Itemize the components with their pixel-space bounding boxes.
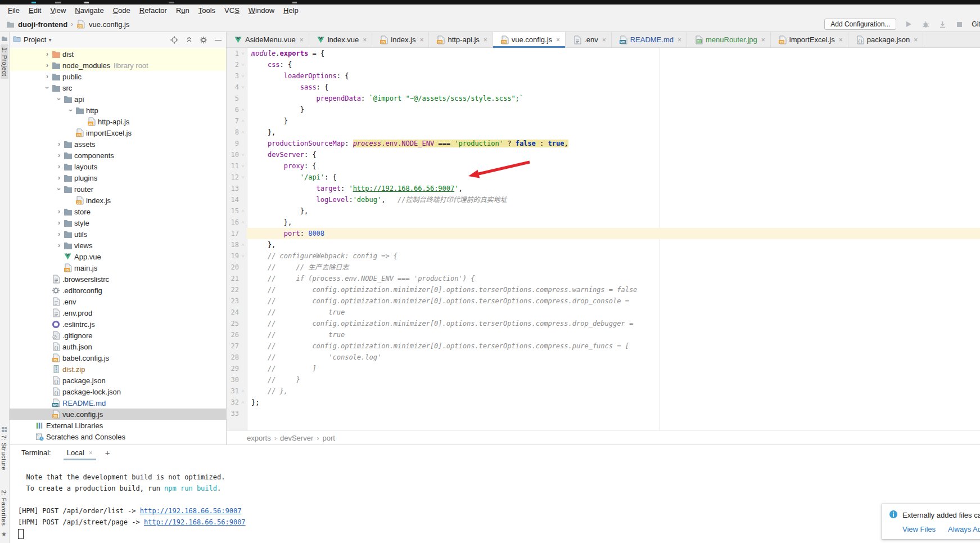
menu-window[interactable]: Window bbox=[244, 5, 279, 17]
fold-marker-icon[interactable]: ˅ bbox=[239, 149, 247, 160]
breadcrumb-file-name[interactable]: vue.config.js bbox=[89, 20, 129, 29]
tree-row--editorconfig[interactable]: ›.editorconfig bbox=[10, 285, 226, 296]
tree-row-src[interactable]: ›src bbox=[10, 82, 226, 93]
terminal-tab-local[interactable]: Local × bbox=[64, 445, 96, 460]
chevron-closed-icon[interactable]: › bbox=[55, 140, 64, 148]
collapse-all-icon[interactable] bbox=[184, 35, 193, 44]
terminal-link[interactable]: http://192.168.66.56:9007 bbox=[140, 507, 242, 515]
view-files-link[interactable]: View Files bbox=[902, 525, 936, 533]
tree-row-router[interactable]: ›router bbox=[10, 183, 226, 195]
stripe-structure-button[interactable]: 7: Structure bbox=[1, 435, 7, 470]
chevron-open-icon[interactable]: › bbox=[55, 95, 63, 104]
close-icon[interactable]: × bbox=[678, 37, 681, 43]
breadcrumb-devserver[interactable]: devServer bbox=[278, 434, 315, 442]
fold-marker-icon[interactable]: ˅ bbox=[239, 172, 247, 183]
breadcrumb-port[interactable]: port bbox=[320, 434, 337, 442]
menu-view[interactable]: View bbox=[46, 5, 70, 17]
tree-row-style[interactable]: ›style bbox=[10, 217, 226, 228]
tree-row--browserslistrc[interactable]: ›.browserslistrc bbox=[10, 273, 226, 285]
chevron-closed-icon[interactable]: › bbox=[55, 208, 64, 216]
stripe-favorites-button[interactable]: 2: Favorites bbox=[1, 490, 7, 526]
tree-row-dist[interactable]: ›dist bbox=[10, 48, 226, 60]
tree-row-views[interactable]: ›views bbox=[10, 240, 226, 251]
stop-icon[interactable] bbox=[955, 20, 964, 29]
update-icon[interactable] bbox=[938, 20, 947, 29]
tree-row-api[interactable]: ›api bbox=[10, 93, 226, 105]
project-panel-title[interactable]: Project bbox=[24, 35, 46, 44]
fold-marker-icon[interactable]: ˅ bbox=[239, 48, 247, 59]
chevron-closed-icon[interactable]: › bbox=[43, 73, 52, 80]
menu-vcs[interactable]: VCS bbox=[220, 5, 244, 17]
tab-readme-md[interactable]: MDREADME.md× bbox=[612, 32, 687, 47]
tree-row-store[interactable]: ›store bbox=[10, 206, 226, 217]
tree-row-layouts[interactable]: ›layouts bbox=[10, 161, 226, 172]
tab-package-json[interactable]: {}package.json× bbox=[848, 32, 924, 47]
menu-help[interactable]: Help bbox=[279, 5, 303, 17]
favorites-star-icon[interactable]: ★ bbox=[1, 531, 8, 537]
chevron-closed-icon[interactable]: › bbox=[55, 230, 64, 238]
tree-row-node-modules[interactable]: ›node_moduleslibrary root bbox=[10, 60, 226, 71]
chevron-closed-icon[interactable]: › bbox=[55, 151, 64, 159]
tree-row-main-js[interactable]: ›JSmain.js bbox=[10, 262, 226, 273]
fold-marker-icon[interactable]: ˄ bbox=[239, 397, 247, 408]
close-icon[interactable]: × bbox=[300, 37, 304, 43]
tree-row-public[interactable]: ›public bbox=[10, 71, 226, 82]
close-icon[interactable]: × bbox=[419, 37, 423, 43]
tree-row-package-json[interactable]: ›{}package.json bbox=[10, 375, 226, 386]
tree-row-http-api-js[interactable]: ›JShttp-api.js bbox=[10, 116, 226, 127]
fold-marker-icon[interactable]: ˅ bbox=[239, 59, 247, 70]
chevron-closed-icon[interactable]: › bbox=[55, 174, 64, 182]
fold-marker-icon[interactable]: ˄ bbox=[239, 239, 247, 250]
tree-row-importexcel-js[interactable]: ›JSimportExcel.js bbox=[10, 127, 226, 138]
menu-run[interactable]: Run bbox=[171, 5, 194, 17]
fold-marker-icon[interactable]: ˄ bbox=[239, 385, 247, 397]
terminal-link[interactable]: http://192.168.66.56:9007 bbox=[144, 518, 246, 526]
tab-http-api-js[interactable]: JShttp-api.js× bbox=[429, 32, 493, 47]
tree-row-dist-zip[interactable]: ›dist.zip bbox=[10, 364, 226, 375]
tree-row--env-prod[interactable]: ›.env.prod bbox=[10, 307, 226, 318]
fold-marker-icon[interactable]: ˄ bbox=[239, 127, 247, 138]
menu-tools[interactable]: Tools bbox=[194, 5, 220, 17]
tree-row-auth-json[interactable]: ›{}auth.json bbox=[10, 341, 226, 352]
chevron-open-icon[interactable]: › bbox=[67, 106, 75, 115]
fold-marker-icon[interactable]: ˅ bbox=[239, 160, 247, 172]
tree-row-package-lock-json[interactable]: ›{}package-lock.json bbox=[10, 386, 226, 397]
fold-marker-icon[interactable]: ˅ bbox=[239, 82, 247, 93]
debug-icon[interactable] bbox=[921, 20, 930, 29]
settings-gear-icon[interactable] bbox=[199, 35, 208, 44]
tree-row-scratches-and-consoles[interactable]: Scratches and Consoles bbox=[10, 431, 226, 442]
tab-menurouter-jpg[interactable]: menuRouter.jpg× bbox=[687, 32, 771, 47]
add-configuration-button[interactable]: Add Configuration... bbox=[824, 19, 896, 30]
close-icon[interactable]: × bbox=[363, 37, 367, 43]
tree-row-index-js[interactable]: ›JSindex.js bbox=[10, 195, 226, 206]
tree-row-plugins[interactable]: ›plugins bbox=[10, 172, 226, 183]
tree-row-babel-config-js[interactable]: ›JSbabel.config.js bbox=[10, 352, 226, 364]
tab--env[interactable]: .env× bbox=[566, 32, 612, 47]
fold-marker-icon[interactable]: ˅ bbox=[239, 250, 247, 262]
breadcrumb-project-name[interactable]: duoji-frontend bbox=[18, 20, 67, 29]
new-terminal-icon[interactable]: + bbox=[105, 448, 110, 457]
menu-refactor[interactable]: Refactor bbox=[135, 5, 171, 17]
tree-row-utils[interactable]: ›utils bbox=[10, 228, 226, 240]
chevron-closed-icon[interactable]: › bbox=[55, 219, 64, 227]
tree-row--env[interactable]: ›.env bbox=[10, 296, 226, 307]
tree-row-external-libraries[interactable]: External Libraries bbox=[10, 420, 226, 431]
chevron-closed-icon[interactable]: › bbox=[55, 163, 64, 170]
close-icon[interactable]: × bbox=[761, 37, 765, 43]
fold-marker-icon[interactable]: ˄ bbox=[239, 104, 247, 115]
menu-file[interactable]: File bbox=[3, 5, 24, 17]
fold-marker-icon[interactable]: ˄ bbox=[239, 217, 247, 228]
code-editor[interactable]: 1˅module.exports = {2˅ css: {3˅ loaderOp… bbox=[227, 48, 980, 430]
hide-panel-icon[interactable]: — bbox=[214, 35, 223, 44]
stripe-project-button[interactable]: 1: Project bbox=[1, 44, 8, 79]
fold-marker-icon[interactable]: ˄ bbox=[239, 115, 247, 127]
always-add-link[interactable]: Always Add bbox=[948, 525, 980, 533]
close-icon[interactable]: × bbox=[556, 37, 560, 43]
tree-row--gitignore[interactable]: ›.gitignore bbox=[10, 330, 226, 341]
chevron-open-icon[interactable]: › bbox=[43, 83, 51, 92]
run-icon[interactable] bbox=[904, 20, 913, 29]
terminal-output[interactable]: Note that the development build is not o… bbox=[10, 460, 980, 539]
tree-row-vue-config-js[interactable]: ›JSvue.config.js bbox=[10, 409, 226, 420]
chevron-down-icon[interactable]: ▾ bbox=[48, 37, 51, 43]
tree-row-http[interactable]: ›http bbox=[10, 105, 226, 116]
